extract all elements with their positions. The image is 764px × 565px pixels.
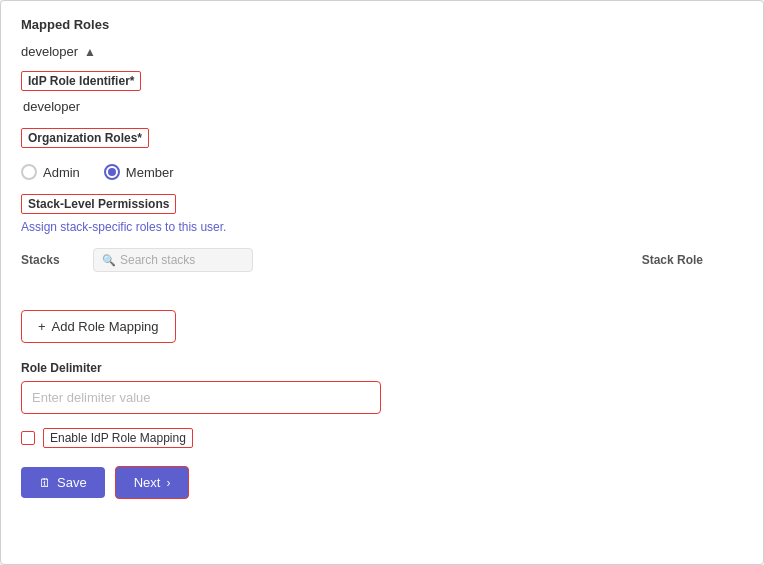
bottom-buttons: 🗓 Save Next › [21,466,743,499]
idp-role-identifier-value: developer [21,99,743,114]
search-icon: 🔍 [102,254,116,267]
next-label: Next [134,475,161,490]
save-button[interactable]: 🗓 Save [21,467,105,498]
next-button[interactable]: Next › [115,466,190,499]
radio-admin-label: Admin [43,165,80,180]
radio-admin[interactable]: Admin [21,164,80,180]
developer-label: developer [21,44,78,59]
next-icon: › [166,476,170,490]
enable-idp-section: Enable IdP Role Mapping [21,428,743,448]
idp-role-identifier-section: IdP Role Identifier* developer [21,71,743,114]
stack-role-label: Stack Role [642,253,743,267]
developer-header: developer ▲ [21,44,743,59]
search-stacks-placeholder: Search stacks [120,253,195,267]
main-window: Mapped Roles developer ▲ IdP Role Identi… [0,0,764,565]
radio-member-circle[interactable] [104,164,120,180]
assign-text: Assign stack-specific roles to this user… [21,220,743,234]
stacks-col-label: Stacks [21,253,81,267]
org-roles-label: Organization Roles* [21,128,149,148]
save-icon: 🗓 [39,476,51,490]
stacks-row: Stacks 🔍 Search stacks Stack Role [21,244,743,276]
idp-role-identifier-label: IdP Role Identifier* [21,71,141,91]
role-delimiter-label: Role Delimiter [21,361,743,375]
plus-icon: + [38,319,46,334]
add-role-mapping-label: Add Role Mapping [52,319,159,334]
org-roles-radio-group: Admin Member [21,164,743,180]
divider [21,290,743,310]
enable-idp-checkbox[interactable] [21,431,35,445]
stack-permissions-section: Stack-Level Permissions Assign stack-spe… [21,194,743,276]
org-roles-section: Organization Roles* Admin Member [21,128,743,180]
radio-admin-circle[interactable] [21,164,37,180]
save-label: Save [57,475,87,490]
search-stacks-input[interactable]: 🔍 Search stacks [93,248,253,272]
chevron-up-icon[interactable]: ▲ [84,45,96,59]
delimiter-input[interactable] [21,381,381,414]
radio-member-label: Member [126,165,174,180]
add-role-mapping-button[interactable]: + Add Role Mapping [21,310,176,343]
stack-permissions-label: Stack-Level Permissions [21,194,176,214]
section-title: Mapped Roles [21,17,743,32]
radio-member[interactable]: Member [104,164,174,180]
role-delimiter-section: Role Delimiter [21,361,743,414]
enable-idp-label: Enable IdP Role Mapping [43,428,193,448]
